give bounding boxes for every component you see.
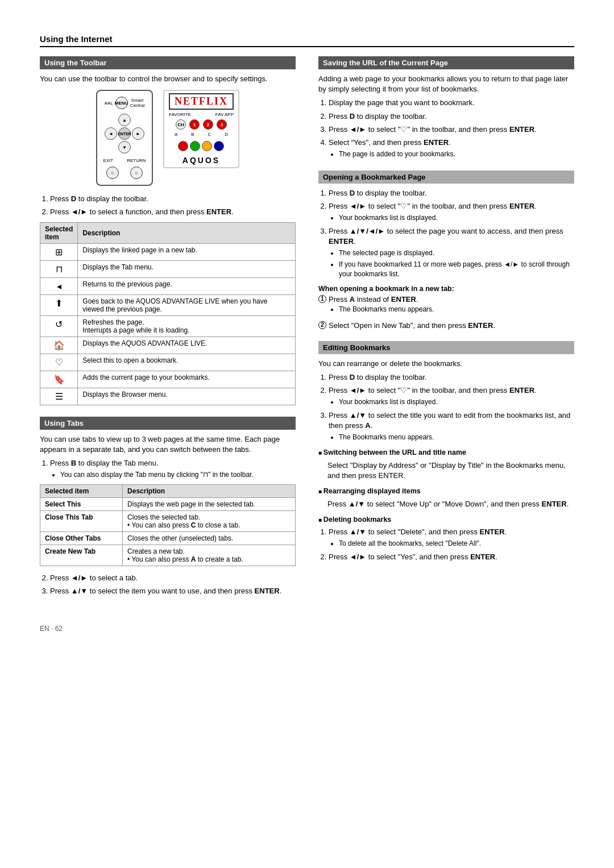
page-footer: EN · 62 [40, 625, 574, 633]
editing-step1: Press D to display the toolbar. [329, 372, 574, 383]
new-tab-step2: Select "Open in New Tab", and then press… [329, 321, 495, 330]
new-tab-subheader: When opening a bookmark in a new tab: [318, 285, 574, 293]
page-section-title: Using the Internet [40, 34, 574, 47]
saving-step3: Press ◄/► to select "♡" in the toolbar, … [329, 124, 574, 135]
new-tab-num2: 2 [318, 321, 326, 329]
tabs-table-col-desc: Description [123, 484, 296, 497]
new-tab-num1: 1 [318, 295, 326, 303]
tabs-desc-4: Creates a new tab.• You can also press A… [123, 545, 296, 566]
toolbar-header: Using the Toolbar [40, 56, 296, 69]
remote-left: AAL MENU SmartCentral ▲ ◄ ENTER ► ▼ [96, 90, 153, 186]
toolbar-desc-7: Select this to open a bookmark. [78, 354, 296, 371]
toolbar-desc-5: Refreshes the page.Interrupts a page whi… [78, 315, 296, 337]
remote-right: NETFLIX FAVORITEFAV APP CH 1 2 3 ABCD [163, 90, 239, 168]
toolbar-step2: Press ◄/► to select a function, and then… [50, 207, 296, 217]
editing-step2: Press ◄/► to select "♡" in the toolbar, … [329, 385, 574, 407]
toolbar-table-col-desc: Description [78, 222, 296, 243]
bookmarked-step3: Press ▲/▼/◄/► to select the page you wan… [329, 226, 574, 279]
deleting-step2: Press ◄/► to select "Yes", and then pres… [329, 552, 574, 562]
toolbar-desc-4: Goes back to the AQUOS ADVANTAGE LIVE wh… [78, 294, 296, 315]
toolbar-section: Using the Toolbar You can use the toolba… [40, 56, 296, 405]
toolbar-desc-1: Displays the linked page in a new tab. [78, 243, 296, 260]
bookmarked-step1: Press D to display the toolbar. [329, 188, 574, 198]
editing-bookmarks-steps: Press D to display the toolbar. Press ◄/… [329, 372, 574, 442]
table-row: ☰ Displays the Browser menu. [40, 388, 296, 405]
editing-step2-bullet: Your bookmarks list is displayed. [339, 397, 574, 407]
bookmarked-step2: Press ◄/► to select "♡" in the toolbar, … [329, 201, 574, 223]
switching-header: Switching between the URL and title name [318, 448, 574, 458]
tabs-step1-bullet: You can also display the Tab menu by cli… [60, 470, 296, 480]
toolbar-desc-8: Adds the current page to your bookmarks. [78, 371, 296, 388]
tabs-item-4: Create New Tab [40, 545, 123, 566]
table-row: ◂ Returns to the previous page. [40, 277, 296, 294]
toolbar-icon-5: ↺ [40, 315, 78, 337]
tabs-header: Using Tabs [40, 417, 296, 430]
tabs-step1: Press B to display the Tab menu. You can… [50, 458, 296, 480]
table-row: Create New Tab Creates a new tab.• You c… [40, 545, 296, 566]
remote-image-area: AAL MENU SmartCentral ▲ ◄ ENTER ► ▼ [40, 90, 296, 186]
table-row: ↺ Refreshes the page.Interrupts a page w… [40, 315, 296, 337]
saving-step2: Press D to display the toolbar. [329, 111, 574, 122]
tabs-item-2: Close This Tab [40, 510, 123, 531]
table-row: ⊞ Displays the linked page in a new tab. [40, 243, 296, 260]
toolbar-table: Selected item Description ⊞ Displays the… [40, 222, 296, 405]
toolbar-icon-8: 🔖 [40, 371, 78, 388]
toolbar-desc-3: Returns to the previous page. [78, 277, 296, 294]
toolbar-table-col-item: Selected item [40, 222, 78, 243]
toolbar-icon-6: 🏠 [40, 337, 78, 354]
deleting-step1: Press ▲/▼ to select "Delete", and then p… [329, 527, 574, 549]
table-row: ♡ Select this to open a bookmark. [40, 354, 296, 371]
tabs-intro: You can use tabs to view up to 3 web pag… [40, 434, 296, 455]
saving-url-section: Saving the URL of the Current Page Addin… [318, 56, 574, 159]
toolbar-icon-3: ◂ [40, 277, 78, 294]
rearranging-header: Rearranging displayed items [318, 487, 574, 497]
toolbar-icon-2: ⊓ [40, 260, 78, 277]
editing-step3: Press ▲/▼ to select the title you want t… [329, 410, 574, 442]
tabs-step2: Press ◄/► to select a tab. [50, 573, 296, 583]
rearranging-text: Press ▲/▼ to select "Move Up" or "Move D… [327, 499, 574, 509]
new-tab-step1-bullet: The Bookmarks menu appears. [339, 305, 434, 314]
toolbar-steps: Press D to display the toolbar. Press ◄/… [50, 194, 296, 217]
deleting-step1-bullet: To delete all the bookmarks, select "Del… [339, 539, 574, 549]
toolbar-desc-2: Displays the Tab menu. [78, 260, 296, 277]
editing-bookmarks-intro: You can rearrange or delete the bookmark… [318, 359, 574, 369]
tabs-table: Selected item Description Select This Di… [40, 484, 296, 566]
saving-url-steps: Display the page that you want to bookma… [329, 98, 574, 159]
toolbar-icon-9: ☰ [40, 388, 78, 405]
tabs-desc-2: Closes the selected tab.• You can also p… [123, 510, 296, 531]
switching-text: Select "Display by Address" or "Display … [327, 460, 574, 481]
toolbar-icon-4: ⬆ [40, 294, 78, 315]
bookmarked-section: Opening a Bookmarked Page Press D to dis… [318, 171, 574, 330]
editing-bookmarks-section: Editing Bookmarks You can rearrange or d… [318, 341, 574, 563]
table-row: Select This Displays the web page in the… [40, 497, 296, 510]
bookmarked-step2-bullet: Your bookmarks list is displayed. [339, 213, 574, 223]
new-tab-step1: Press A instead of ENTER. The Bookmarks … [329, 295, 434, 318]
tabs-steps-post: Press ◄/► to select a tab. Press ▲/▼ to … [50, 573, 296, 596]
tabs-section: Using Tabs You can use tabs to view up t… [40, 417, 296, 597]
table-row: ⬆ Goes back to the AQUOS ADVANTAGE LIVE … [40, 294, 296, 315]
tabs-steps-pre: Press B to display the Tab menu. You can… [50, 458, 296, 480]
toolbar-desc-6: Displays the AQUOS ADVANTAGE LIVE. [78, 337, 296, 354]
saving-url-intro: Adding a web page to your bookmarks allo… [318, 74, 574, 94]
saving-step4-bullet: The page is added to your bookmarks. [339, 149, 574, 159]
table-row: 🔖 Adds the current page to your bookmark… [40, 371, 296, 388]
saving-step1: Display the page that you want to bookma… [329, 98, 574, 108]
toolbar-desc-9: Displays the Browser menu. [78, 388, 296, 405]
bookmarked-steps: Press D to display the toolbar. Press ◄/… [329, 188, 574, 279]
left-column: Using the Toolbar You can use the toolba… [40, 56, 296, 608]
deleting-steps: Press ▲/▼ to select "Delete", and then p… [329, 527, 574, 562]
tabs-item-3: Close Other Tabs [40, 531, 123, 545]
editing-step3-bullet: The Bookmarks menu appears. [339, 433, 574, 442]
table-row: Close Other Tabs Closes the other (unsel… [40, 531, 296, 545]
toolbar-icon-7: ♡ [40, 354, 78, 371]
toolbar-step1: Press D to display the toolbar. [50, 194, 296, 204]
saving-url-header: Saving the URL of the Current Page [318, 56, 574, 69]
saving-step4: Select "Yes", and then press ENTER. The … [329, 138, 574, 159]
toolbar-icon-1: ⊞ [40, 243, 78, 260]
tabs-desc-3: Closes the other (unselected) tabs. [123, 531, 296, 545]
table-row: 🏠 Displays the AQUOS ADVANTAGE LIVE. [40, 337, 296, 354]
tabs-desc-1: Displays the web page in the selected ta… [123, 497, 296, 510]
tabs-item-1: Select This [40, 497, 123, 510]
bookmarked-step3-bullet1: The selected page is displayed. [339, 248, 574, 258]
table-row: ⊓ Displays the Tab menu. [40, 260, 296, 277]
